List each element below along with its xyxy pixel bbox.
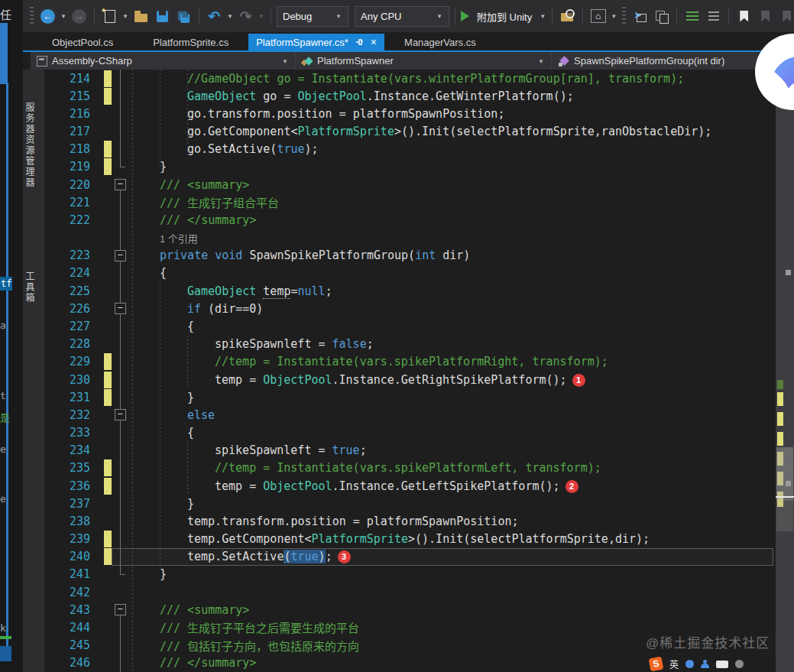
code-line-226[interactable]: 226−if (dir==0) <box>44 300 776 317</box>
platform-dropdown[interactable]: Any CPU ▾ <box>355 6 449 27</box>
undo-button[interactable]: ↶ <box>205 7 224 26</box>
toolbar-grip[interactable] <box>30 7 34 25</box>
code-editor[interactable]: 214//GameObject go = Instantiate(vars.wi… <box>44 70 776 672</box>
navigate-forward-button[interactable]: → <box>70 7 89 26</box>
code-line-234[interactable]: 234spikeSpawnleft = true; <box>44 442 776 459</box>
back-dropdown-caret[interactable]: ▾ <box>60 12 67 20</box>
find-in-files-button[interactable] <box>558 7 577 26</box>
redo-button[interactable]: ↷ <box>236 7 255 26</box>
fold-column[interactable]: − <box>112 601 128 618</box>
undo-caret[interactable]: ▾ <box>226 12 234 20</box>
code-line-241[interactable]: 241} <box>44 566 776 583</box>
code-line-215[interactable]: 215GameObject go = ObjectPool.Instance.G… <box>44 87 776 105</box>
sync-active-document-button[interactable]: ➤ <box>630 7 650 26</box>
code-line-222[interactable]: 222/// </summary> <box>44 211 776 229</box>
code-line-232[interactable]: 232−else <box>44 406 776 424</box>
toolbar-grip[interactable] <box>622 7 626 25</box>
code-line-217[interactable]: 217go.GetComponent<PlatformSprite>().Ini… <box>44 123 776 141</box>
pin-icon[interactable] <box>355 38 364 47</box>
collapse-box-icon[interactable]: − <box>115 179 126 190</box>
code-line-243[interactable]: 243−/// <summary> <box>44 601 776 618</box>
save-button[interactable] <box>153 7 172 26</box>
code-line-233[interactable]: 233{ <box>44 424 776 441</box>
project-dropdown[interactable]: Assembly-CSharp ▾ <box>31 52 296 70</box>
code-token: if <box>187 302 201 316</box>
code-line-221[interactable]: 221/// 生成钉子组合平台 <box>44 193 776 211</box>
line-number: 217 <box>44 125 90 138</box>
line-number: 216 <box>44 107 90 121</box>
code-line-230[interactable]: 230temp = ObjectPool.Instance.GetRightSp… <box>44 371 776 388</box>
code-line-220[interactable]: 220−/// <summary> <box>44 176 776 193</box>
properties-window-button[interactable] <box>652 7 671 26</box>
tab-managervars[interactable]: ManagerVars.cs <box>384 34 496 50</box>
code-line-214[interactable]: 214//GameObject go = Instantiate(vars.wi… <box>44 70 776 87</box>
code-line-224[interactable]: 224{ <box>44 265 776 282</box>
collapse-box-icon[interactable]: − <box>115 303 126 314</box>
code-line-236[interactable]: 236temp = ObjectPool.Instance.GetLeftSpi… <box>44 477 776 495</box>
code-line-223[interactable]: 223−private void SpawnSpikePlatformGroup… <box>44 247 776 265</box>
type-dropdown[interactable]: PlatformSpawner ▾ <box>296 52 552 70</box>
code-line-225[interactable]: 225GameObject temp=null; <box>44 282 776 300</box>
fold-column[interactable]: − <box>112 406 128 424</box>
vertical-scrollbar[interactable] <box>776 70 794 672</box>
collapse-box-icon[interactable]: − <box>115 409 126 420</box>
code-token: go = <box>256 89 297 103</box>
close-icon[interactable]: × <box>371 37 377 47</box>
codelens-row[interactable]: 1 个引用 <box>44 229 776 247</box>
prev-bookmark-button[interactable] <box>756 7 775 26</box>
ime-keyboard-icon[interactable] <box>716 661 728 668</box>
comment-lines-button[interactable] <box>682 7 702 26</box>
code-line-235[interactable]: 235//temp = Instantiate(vars.spikePlatfo… <box>44 459 776 477</box>
scrollbar-thumb[interactable] <box>776 447 793 501</box>
navigate-back-button[interactable]: ← <box>38 7 57 26</box>
fold-column[interactable]: − <box>112 300 128 317</box>
uncomment-lines-button[interactable] <box>704 7 723 26</box>
ime-more-icon[interactable] <box>735 660 744 668</box>
sidebar-tab-toolbox[interactable]: 工具箱 <box>23 253 44 322</box>
save-all-button[interactable] <box>174 7 193 26</box>
collapse-box-icon[interactable]: − <box>115 250 126 261</box>
new-file-caret[interactable]: ▾ <box>122 12 129 20</box>
fold-column[interactable]: − <box>112 247 128 265</box>
home-caret[interactable]: ▾ <box>610 12 617 20</box>
code-line-242[interactable]: 242 <box>44 583 776 601</box>
tab-platformsprite[interactable]: PlatformSprite.cs <box>133 34 248 50</box>
change-bar-empty <box>104 336 112 352</box>
separator <box>94 8 95 24</box>
code-line-231[interactable]: 231} <box>44 388 776 406</box>
ime-toolbar[interactable]: S 英 <box>650 656 744 672</box>
change-bar <box>104 88 112 105</box>
code-line-239[interactable]: 239temp.GetComponent<PlatformSprite>().I… <box>44 530 776 547</box>
attach-to-unity-button[interactable]: 附加到 Unity <box>477 9 532 24</box>
code-line-228[interactable]: 228spikeSpawnleft = false; <box>44 336 776 353</box>
toggle-bookmark-button[interactable] <box>734 7 753 26</box>
code-line-240[interactable]: 240temp.SetActive(true);3 <box>44 548 776 566</box>
ime-emoji-icon[interactable] <box>685 660 694 668</box>
code-line-227[interactable]: 227{ <box>44 317 776 335</box>
redo-caret[interactable]: ▾ <box>258 12 265 20</box>
save-all-icon <box>180 13 190 22</box>
tab-platformspawner-active[interactable]: PlatformSpawner.cs* × <box>248 34 384 50</box>
line-number: 241 <box>44 567 90 581</box>
code-line-238[interactable]: 238temp.transform.position = platformSpa… <box>44 512 776 530</box>
fold-column[interactable]: − <box>112 176 128 193</box>
ime-language-badge[interactable]: 英 <box>669 657 679 670</box>
code-line-219[interactable]: 219} <box>44 158 776 176</box>
configuration-dropdown[interactable]: Debug ▾ <box>277 6 348 27</box>
code-line-229[interactable]: 229//temp = Instantiate(vars.spikePlatfo… <box>44 353 776 371</box>
collapse-box-icon[interactable]: − <box>115 604 126 615</box>
code-line-218[interactable]: 218go.SetActive(true); <box>44 141 776 158</box>
code-token: PlatformSprite <box>312 532 408 546</box>
code-token: private <box>160 248 208 262</box>
code-line-237[interactable]: 237} <box>44 495 776 512</box>
code-line-216[interactable]: 216go.transform.position = platformSpawn… <box>44 105 776 122</box>
open-file-button[interactable] <box>131 7 151 26</box>
sidebar-tab-server-explorer[interactable]: 服务器资源管理器 <box>23 77 44 213</box>
ime-account-icon[interactable] <box>701 660 709 668</box>
sogou-input-icon[interactable]: S <box>649 657 664 672</box>
attach-caret[interactable]: ▾ <box>539 12 546 20</box>
next-bookmark-button[interactable] <box>777 7 794 26</box>
tab-objectpool[interactable]: ObjectPool.cs <box>32 34 133 50</box>
new-file-button[interactable]: ✦ <box>100 7 119 26</box>
solution-home-button[interactable]: ⌂ <box>588 7 608 26</box>
